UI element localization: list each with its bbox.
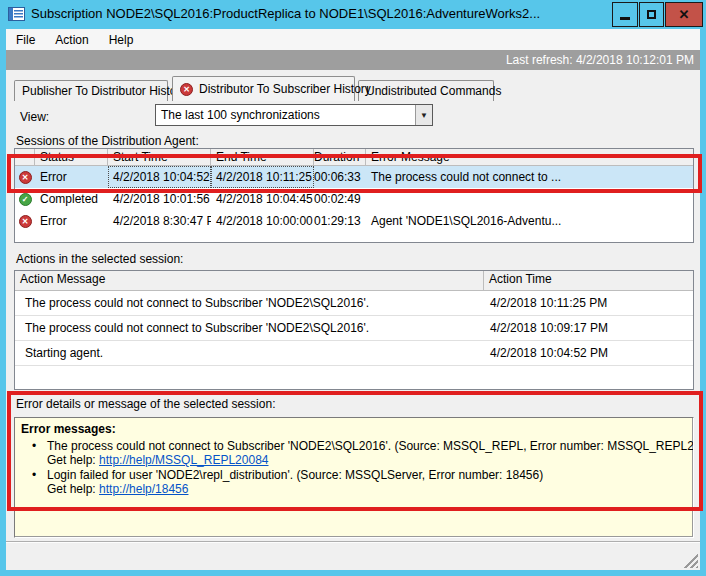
- end-time-cell: 4/2/2018 10:00:00 PM: [211, 214, 314, 228]
- table-row[interactable]: The process could not connect to Subscri…: [15, 291, 693, 316]
- column-header-end-time[interactable]: End Time: [211, 149, 314, 166]
- tab-undistributed-commands[interactable]: Undistributed Commands: [358, 80, 494, 101]
- subscription-window: Subscription NODE2\SQL2016:ProductReplic…: [0, 0, 706, 576]
- get-help-label: Get help:: [47, 482, 96, 496]
- table-row[interactable]: The process could not connect to Subscri…: [15, 316, 693, 341]
- duration-cell: 00:02:49: [314, 192, 366, 206]
- end-time-cell: 4/2/2018 10:04:45 PM: [211, 192, 314, 206]
- action-time-cell: 4/2/2018 10:09:17 PM: [484, 321, 693, 335]
- table-row[interactable]: Completed 4/2/2018 10:01:56 PM 4/2/2018 …: [15, 188, 693, 210]
- view-label: View:: [20, 110, 49, 124]
- action-time-cell: 4/2/2018 10:04:52 PM: [484, 346, 693, 360]
- actions-table: Action Message Action Time The process c…: [14, 270, 694, 390]
- tab-label: Undistributed Commands: [366, 84, 501, 98]
- bullet-icon: [21, 439, 47, 467]
- tab-publisher-to-distributor-history[interactable]: Publisher To Distributor History: [14, 80, 168, 101]
- last-refresh-text: Last refresh: 4/2/2018 10:12:01 PM: [506, 53, 700, 67]
- action-message-cell: Starting agent.: [15, 346, 484, 360]
- error-details-label: Error details or message of the selected…: [16, 397, 275, 411]
- error-messages-heading: Error messages:: [21, 422, 687, 436]
- column-header-action-message[interactable]: Action Message: [15, 271, 484, 291]
- status-cell: Completed: [35, 192, 108, 206]
- tab-label: Distributor To Subscriber History: [199, 82, 371, 96]
- error-details-panel: Error messages: The process could not co…: [14, 417, 694, 538]
- error-icon: [19, 215, 32, 228]
- resize-grip[interactable]: [681, 551, 698, 568]
- menu-action[interactable]: Action: [45, 29, 98, 50]
- status-bar: [6, 543, 700, 570]
- content-area: Publisher To Distributor History Distrib…: [6, 70, 700, 570]
- column-header-status[interactable]: Status: [35, 149, 108, 166]
- start-time-cell: 4/2/2018 10:04:52 PM: [108, 166, 211, 188]
- column-header-action-time[interactable]: Action Time: [484, 271, 693, 291]
- error-message-text: The process could not connect to Subscri…: [47, 439, 694, 453]
- status-cell-icon: [15, 166, 35, 188]
- minimize-button[interactable]: [612, 2, 638, 27]
- maximize-icon: [647, 10, 656, 19]
- duration-cell: 00:06:33: [314, 170, 366, 184]
- duration-cell: 01:29:13: [314, 214, 366, 228]
- end-time-cell: 4/2/2018 10:11:25 PM: [211, 166, 314, 188]
- status-cell-icon: [15, 210, 35, 232]
- refresh-toolbar: Last refresh: 4/2/2018 10:12:01 PM: [6, 50, 700, 70]
- actions-header-row: Action Message Action Time: [15, 271, 693, 291]
- view-dropdown-value: The last 100 synchronizations: [156, 108, 415, 122]
- help-link[interactable]: http://help/18456: [99, 482, 188, 496]
- title-bar: Subscription NODE2\SQL2016:ProductReplic…: [0, 0, 706, 29]
- error-icon: [19, 171, 32, 184]
- error-message-cell: The process could not connect to ...: [366, 170, 693, 184]
- action-time-cell: 4/2/2018 10:11:25 PM: [484, 296, 693, 310]
- actions-section-label: Actions in the selected session:: [16, 252, 183, 266]
- list-item: The process could not connect to Subscri…: [21, 439, 687, 467]
- tab-label: Publisher To Distributor History: [22, 84, 187, 98]
- sessions-section-label: Sessions of the Distribution Agent:: [16, 134, 199, 148]
- sessions-table: Status Start Time End Time Duration Erro…: [14, 148, 694, 243]
- start-time-cell: 4/2/2018 8:30:47 PM: [108, 214, 211, 228]
- menu-file[interactable]: File: [6, 29, 45, 50]
- status-cell-icon: [15, 188, 35, 210]
- tab-error-icon: [180, 83, 193, 96]
- subscription-icon: [8, 7, 25, 21]
- window-title: Subscription NODE2\SQL2016:ProductReplic…: [31, 6, 540, 21]
- action-message-cell: The process could not connect to Subscri…: [15, 296, 484, 310]
- table-row[interactable]: Starting agent. 4/2/2018 10:04:52 PM: [15, 341, 693, 366]
- minimize-icon: [620, 17, 630, 20]
- help-link[interactable]: http://help/MSSQL_REPL20084: [99, 453, 268, 467]
- error-message-text: Login failed for user 'NODE2\repl_distri…: [47, 468, 687, 482]
- maximize-button[interactable]: [639, 2, 664, 27]
- column-header-error-message[interactable]: Error Message: [366, 149, 693, 166]
- chevron-down-icon[interactable]: [415, 105, 432, 125]
- menu-help[interactable]: Help: [99, 29, 144, 50]
- bullet-icon: [21, 468, 47, 496]
- completed-icon: [19, 193, 32, 206]
- start-time-cell: 4/2/2018 10:01:56 PM: [108, 192, 211, 206]
- sessions-header-row: Status Start Time End Time Duration Erro…: [15, 149, 693, 166]
- status-cell: Error: [35, 170, 108, 184]
- tab-distributor-to-subscriber-history[interactable]: Distributor To Subscriber History: [172, 76, 355, 101]
- column-header-status-icon[interactable]: [15, 149, 35, 166]
- table-row[interactable]: Error 4/2/2018 10:04:52 PM 4/2/2018 10:1…: [15, 166, 693, 188]
- table-row[interactable]: Error 4/2/2018 8:30:47 PM 4/2/2018 10:00…: [15, 210, 693, 232]
- get-help-label: Get help:: [47, 453, 96, 467]
- status-cell: Error: [35, 214, 108, 228]
- column-header-duration[interactable]: Duration: [314, 149, 366, 166]
- close-button[interactable]: [665, 2, 703, 27]
- menu-bar: File Action Help: [6, 29, 700, 50]
- action-message-cell: The process could not connect to Subscri…: [15, 321, 484, 335]
- view-dropdown[interactable]: The last 100 synchronizations: [155, 104, 433, 126]
- column-header-start-time[interactable]: Start Time: [108, 149, 211, 166]
- list-item: Login failed for user 'NODE2\repl_distri…: [21, 468, 687, 496]
- error-message-cell: Agent 'NODE1\SQL2016-Adventu...: [366, 214, 693, 228]
- close-icon: [679, 7, 690, 22]
